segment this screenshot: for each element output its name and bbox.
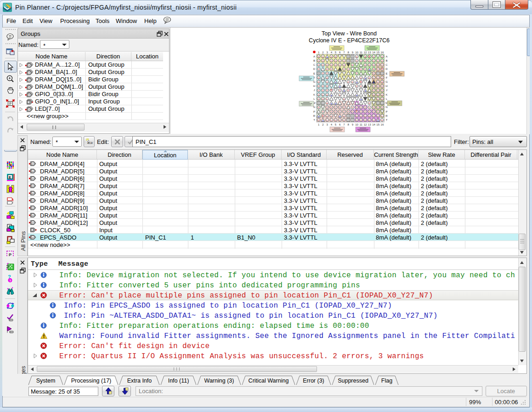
svg-text:A: A (339, 86, 340, 88)
svg-text:J: J (314, 89, 315, 92)
svg-text:e: e (369, 77, 370, 79)
svg-text:o: o (327, 94, 328, 96)
svg-text:B: B (369, 56, 370, 58)
svg-text:16: 16 (381, 123, 384, 126)
svg-text:L: L (327, 98, 328, 100)
svg-text:T: T (313, 119, 315, 121)
svg-text:o: o (360, 110, 362, 113)
svg-text:b: b (28, 93, 30, 96)
svg-text:o: o (344, 106, 345, 109)
svg-text:o: o (377, 81, 379, 83)
svg-text:b: b (28, 79, 30, 81)
svg-text:o: o (344, 64, 345, 66)
svg-text:o: o (331, 68, 332, 70)
svg-text:o: o (318, 68, 319, 70)
svg-text:e: e (327, 68, 328, 70)
svg-text:16: 16 (381, 51, 384, 54)
svg-text:o: o (356, 115, 357, 117)
svg-text:E: E (385, 72, 387, 75)
svg-text:o: o (322, 64, 323, 66)
svg-text:Critical Warning: Critical Warning (249, 378, 289, 384)
svg-text:o: o (373, 64, 374, 66)
svg-text:T: T (386, 119, 388, 121)
svg-text:B: B (356, 110, 357, 113)
svg-text:Warning (3): Warning (3) (204, 378, 234, 384)
svg-text:o: o (339, 106, 340, 109)
svg-text:o: o (339, 64, 340, 66)
svg-text:o: o (382, 56, 383, 58)
svg-text:A: A (365, 77, 366, 80)
svg-text:o: o (382, 85, 383, 87)
svg-text:o: o (327, 89, 328, 92)
svg-text:o: o (348, 81, 349, 83)
svg-text:o: o (382, 98, 383, 100)
svg-text:A: A (373, 81, 374, 84)
svg-text:o: o (339, 89, 340, 92)
svg-text:a: a (373, 68, 374, 70)
svg-text:K: K (313, 93, 315, 96)
svg-text:o: o (377, 60, 379, 62)
svg-text:o: o (352, 81, 353, 83)
svg-text:N: N (385, 106, 387, 109)
svg-text:o: o (32, 162, 34, 165)
svg-text:o: o (344, 68, 345, 70)
svg-text:o: o (377, 89, 379, 92)
svg-text:o: o (365, 106, 366, 109)
svg-text:o: o (32, 199, 34, 202)
svg-text:o: o (344, 119, 345, 121)
svg-text:A: A (385, 55, 387, 58)
svg-text:o: o (28, 64, 30, 67)
svg-text:J: J (386, 89, 387, 92)
svg-text:Processing (17): Processing (17) (71, 378, 112, 384)
svg-text:o: o (373, 56, 374, 58)
svg-text:o: o (369, 60, 370, 62)
svg-text:a: a (382, 81, 383, 83)
svg-text:P: P (385, 110, 387, 113)
svg-text:o: o (327, 64, 328, 66)
svg-text:o: o (382, 106, 383, 109)
svg-text:L: L (322, 94, 323, 96)
svg-text:o: o (32, 214, 34, 217)
svg-text:B: B (381, 68, 383, 70)
svg-text:o: o (356, 85, 357, 87)
svg-text:o: o (373, 89, 374, 92)
svg-text:o: o (318, 77, 319, 79)
svg-text:o: o (377, 110, 379, 113)
svg-text:o: o (318, 85, 319, 87)
svg-text:o: o (365, 60, 366, 62)
svg-text:11: 11 (360, 123, 363, 126)
svg-text:e: e (365, 64, 366, 66)
svg-text:13: 13 (368, 123, 371, 126)
svg-text:«»: «» (87, 140, 93, 145)
svg-text:o: o (365, 68, 366, 70)
svg-text:L: L (331, 119, 332, 121)
svg-text:o: o (360, 60, 362, 62)
svg-text:10: 10 (355, 123, 358, 126)
svg-text:o: o (377, 98, 379, 100)
svg-text:I: I (28, 101, 28, 103)
svg-text:o: o (377, 68, 379, 70)
svg-text:e: e (348, 110, 349, 113)
svg-text:o: o (339, 119, 340, 121)
svg-text:A: A (331, 94, 332, 97)
svg-text:o: o (377, 106, 379, 109)
svg-text:o: o (335, 119, 336, 121)
svg-text:?: ? (9, 279, 11, 283)
svg-text:B: B (331, 89, 332, 92)
svg-text:o: o (344, 98, 345, 100)
svg-text:o: o (360, 68, 362, 70)
svg-text:o: o (318, 56, 319, 58)
svg-text:o: o (32, 236, 34, 239)
svg-text:o: o (373, 60, 374, 62)
svg-text:K: K (385, 93, 387, 96)
svg-text:o: o (352, 106, 353, 109)
svg-text:10: 10 (355, 51, 358, 54)
svg-text:o: o (331, 110, 332, 113)
svg-text:o: o (318, 119, 319, 121)
svg-text:o: o (318, 81, 319, 83)
svg-text:Cyclone IV E - EP4CE22F17C6: Cyclone IV E - EP4CE22F17C6 (309, 37, 390, 44)
svg-text:o: o (32, 177, 34, 180)
svg-text:o: o (327, 85, 328, 87)
svg-text:o: o (32, 170, 34, 172)
svg-text:o: o (373, 119, 374, 121)
